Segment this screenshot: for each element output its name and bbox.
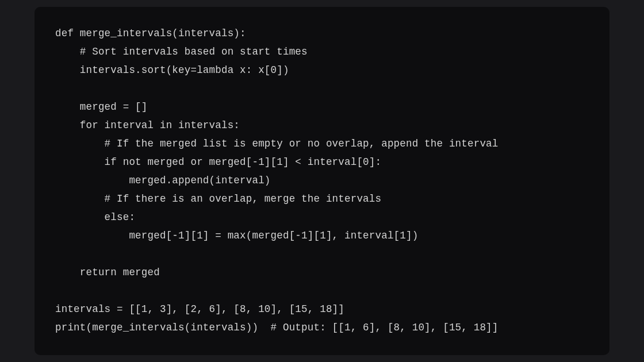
code-block: def merge_intervals(intervals): # Sort i… xyxy=(34,7,610,355)
code-content[interactable]: def merge_intervals(intervals): # Sort i… xyxy=(55,24,589,337)
